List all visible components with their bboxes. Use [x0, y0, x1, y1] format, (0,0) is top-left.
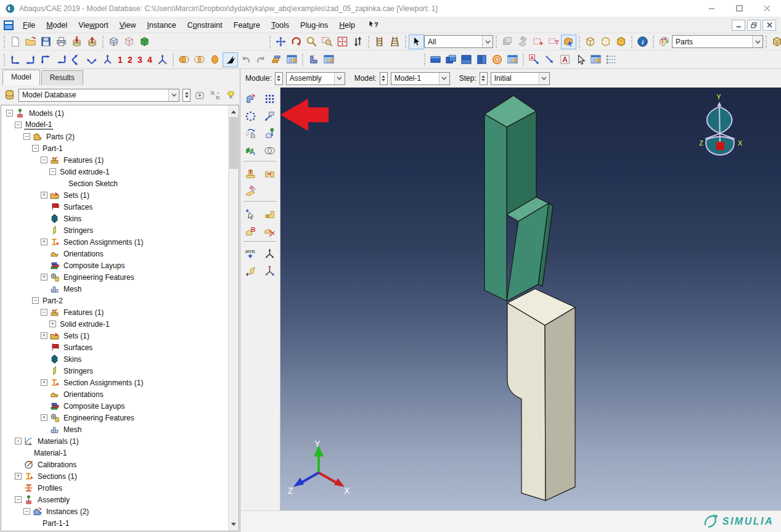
child-restore-icon[interactable]	[747, 20, 761, 31]
rotate-icon[interactable]	[288, 35, 304, 49]
link-tree-icon[interactable]	[209, 89, 221, 101]
tree-item-surfaces[interactable]: Surfaces	[1, 201, 228, 213]
tile-stack-icon[interactable]	[459, 52, 474, 67]
print-icon[interactable]	[54, 35, 69, 49]
manager-window-icon[interactable]	[284, 52, 300, 67]
tree-item-instances-2[interactable]: −Instances (2)	[1, 505, 228, 517]
select-cursor-icon[interactable]	[409, 35, 424, 49]
menu-tools[interactable]: Tools	[266, 18, 295, 32]
tree-item-sets-1[interactable]: +Sets (1)	[1, 189, 228, 201]
linear-pattern-icon[interactable]	[261, 91, 279, 107]
translate-to-icon[interactable]	[261, 125, 279, 141]
tree-item-solid-extrude-1[interactable]: +Solid extrude-1	[1, 318, 228, 330]
toolbar-grip[interactable]	[424, 54, 425, 66]
toolbar-grip[interactable]	[269, 36, 271, 48]
chevron-down-icon[interactable]	[168, 89, 179, 101]
tree-item-composite-layups[interactable]: Composite Layups	[1, 400, 228, 412]
radial-pattern-icon[interactable]	[242, 108, 260, 124]
menu-instance[interactable]: Instance	[142, 18, 182, 32]
pan-icon[interactable]	[273, 35, 288, 49]
menu-plug-ins[interactable]: Plug-ins	[295, 18, 333, 32]
edit-feature-icon[interactable]	[242, 182, 260, 198]
datum-point-xyz-icon[interactable]: (XYZ)	[242, 245, 260, 261]
toolbar-grip[interactable]	[523, 54, 524, 66]
annotation-cursor-icon[interactable]	[573, 52, 588, 67]
toolbar-grip[interactable]	[302, 54, 303, 66]
tree-item-skins[interactable]: Skins	[1, 353, 228, 365]
model-spinner[interactable]	[380, 72, 388, 85]
arrow-annotation-icon[interactable]	[542, 52, 557, 67]
constraint-parallel-face-icon[interactable]	[242, 165, 260, 181]
magnify-icon[interactable]	[304, 35, 319, 49]
menu-feature[interactable]: Feature	[228, 18, 266, 32]
tree-item-section-sketch[interactable]: Section Sketch	[1, 178, 228, 189]
tree-item-features-1[interactable]: −Features (1)	[1, 154, 228, 166]
query-ladder-2-icon[interactable]	[387, 35, 403, 49]
select-rect-icon[interactable]	[530, 35, 546, 49]
undo-icon[interactable]	[238, 52, 253, 67]
minimize-icon[interactable]	[698, 0, 726, 17]
rotate-instance-icon[interactable]	[242, 125, 260, 141]
scroll-up-icon[interactable]	[229, 105, 239, 116]
constraint-coaxial-icon[interactable]	[242, 223, 260, 239]
venn-union-icon[interactable]	[176, 52, 192, 67]
box-zoom-icon[interactable]	[319, 35, 335, 49]
expand-node-icon[interactable]: +	[41, 274, 47, 280]
tree-item-engineering-features[interactable]: +Engineering Features	[1, 271, 228, 283]
save-icon[interactable]	[38, 35, 54, 49]
child-close-icon[interactable]	[763, 20, 776, 31]
step-spinner[interactable]	[480, 72, 488, 85]
palette-icon[interactable]	[656, 35, 672, 49]
view-iso-icon[interactable]	[100, 52, 115, 67]
constraint-cut-icon[interactable]	[261, 223, 279, 239]
chevron-down-icon[interactable]	[334, 73, 345, 84]
tree-item-composite-layups[interactable]: Composite Layups	[1, 260, 228, 271]
view-left-icon[interactable]	[69, 52, 84, 67]
expand-node-icon[interactable]: +	[41, 239, 47, 245]
menu-viewport[interactable]: Viewport	[73, 18, 113, 32]
constraint-face-to-face-icon[interactable]	[261, 165, 279, 181]
tab-results[interactable]: Results	[41, 70, 83, 85]
part-instance-green[interactable]	[485, 96, 553, 301]
manager-list-icon[interactable]	[588, 52, 603, 67]
maximize-icon[interactable]	[726, 0, 753, 17]
render-hidden-icon[interactable]	[598, 35, 613, 49]
collapse-node-icon[interactable]: −	[41, 309, 47, 316]
annotation-options-icon[interactable]	[603, 52, 619, 67]
expand-node-icon[interactable]: +	[49, 321, 56, 327]
stack-icon[interactable]	[269, 52, 284, 67]
tree-item-skins[interactable]: Skins	[1, 213, 228, 224]
info-icon[interactable]: i	[635, 35, 650, 49]
context-help-icon[interactable]: ?	[363, 18, 384, 33]
sweep-disabled-icon[interactable]	[515, 35, 530, 49]
display-groups-icon[interactable]	[769, 35, 781, 49]
collapse-node-icon[interactable]: −	[15, 121, 22, 128]
open-file-icon[interactable]	[23, 35, 38, 49]
view-preset-3-button[interactable]: 3	[135, 53, 145, 67]
ellipse-solid-icon[interactable]	[207, 52, 223, 67]
tree-item-engineering-features[interactable]: +Engineering Features	[1, 412, 228, 424]
tree-scrollbar[interactable]	[228, 105, 239, 531]
render-shaded-icon[interactable]	[613, 35, 629, 49]
tree-item-calibrations[interactable]: Calibrations	[1, 459, 228, 470]
export-model-icon[interactable]	[84, 35, 100, 49]
tree-item-sets-1[interactable]: +Sets (1)	[1, 330, 228, 342]
toolbar-grip[interactable]	[631, 36, 632, 48]
copy-viewport-icon[interactable]	[499, 35, 515, 49]
collapse-node-icon[interactable]: −	[15, 438, 22, 444]
redo-icon[interactable]	[253, 52, 269, 67]
view-preset-1-button[interactable]: 1	[115, 53, 125, 67]
menu-file[interactable]: File	[17, 18, 41, 32]
query-ladder-icon[interactable]	[372, 35, 387, 49]
align-part-icon[interactable]	[306, 52, 321, 67]
module-spinner[interactable]	[275, 72, 283, 85]
query-tool-icon[interactable]	[242, 205, 260, 221]
tree-item-part-1[interactable]: −Part-1	[1, 142, 228, 154]
select-points-icon[interactable]	[546, 35, 561, 49]
create-instance-icon[interactable]	[242, 91, 260, 107]
expand-node-icon[interactable]: +	[41, 414, 47, 421]
manager-window-icon[interactable]	[505, 52, 520, 67]
view-bottom-icon[interactable]	[54, 52, 69, 67]
manager-window-icon[interactable]	[321, 52, 337, 67]
translate-instance-icon[interactable]	[261, 108, 279, 124]
